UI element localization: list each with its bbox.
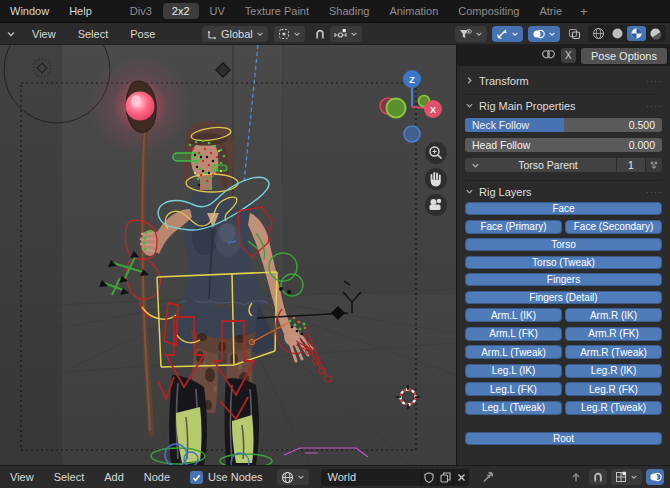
- menu-select-bottom[interactable]: Select: [44, 471, 95, 483]
- rig-layer-leg-l-tweak[interactable]: Leg.L (Tweak): [465, 401, 562, 415]
- show-overlays-dropdown[interactable]: [528, 26, 560, 42]
- rig-layer-fingers[interactable]: Fingers: [465, 273, 662, 286]
- unlink-datablock-button[interactable]: [453, 469, 469, 486]
- pose-options-button[interactable]: Pose Options: [581, 48, 667, 64]
- tool-settings-strip: X Pose Options: [456, 45, 670, 66]
- chevron-right-icon: [465, 76, 474, 85]
- arrow-up-icon: [570, 471, 582, 483]
- rig-layer-torso[interactable]: Torso: [465, 238, 662, 251]
- fake-user-shield-button[interactable]: [421, 469, 437, 486]
- menu-add-bottom[interactable]: Add: [94, 471, 134, 483]
- menu-select[interactable]: Select: [68, 28, 119, 40]
- rig-main-properties-panel: Rig Main Properties ···· Neck Follow 0.5…: [465, 94, 662, 180]
- node-snap-target-dropdown[interactable]: [611, 469, 642, 485]
- chevron-down-icon: [293, 30, 301, 38]
- workspace-tab-compositing[interactable]: Compositing: [449, 3, 528, 19]
- rig-layer-leg-r-ik[interactable]: Leg.R (IK): [565, 364, 662, 378]
- viewport-3d[interactable]: Z X: [0, 45, 456, 465]
- node-snap-toggle[interactable]: [589, 469, 607, 485]
- pivot-point-dropdown[interactable]: [274, 26, 305, 42]
- rig-layer-torso-tweak[interactable]: Torso (Tweak): [465, 256, 662, 269]
- panel-grip[interactable]: ····: [646, 187, 662, 197]
- pin-button[interactable]: [479, 469, 497, 485]
- editor-type-chevron[interactable]: [2, 26, 20, 42]
- rig-layer-arm-r-ik[interactable]: Arm.R (IK): [565, 308, 662, 322]
- world-datablock-field: World: [321, 469, 469, 486]
- object-visibility-dropdown[interactable]: [455, 26, 487, 42]
- rig-layer-leg-r-fk[interactable]: Leg.R (FK): [565, 382, 662, 396]
- rig-layer-face[interactable]: Face: [465, 202, 662, 215]
- rig-layer-fingers-detail[interactable]: Fingers (Detail): [465, 291, 662, 304]
- wireframe-sphere-icon: [592, 27, 605, 40]
- menu-help[interactable]: Help: [59, 5, 102, 17]
- orientation-axes-icon: [206, 28, 218, 40]
- rig-layer-arm-r-tweak[interactable]: Arm.R (Tweak): [565, 345, 662, 359]
- workspace-tab-shading[interactable]: Shading: [320, 3, 378, 19]
- transform-panel-title: Transform: [479, 75, 529, 87]
- panel-grip[interactable]: ····: [646, 76, 662, 86]
- menu-view[interactable]: View: [22, 28, 66, 40]
- workspace-tab-uv[interactable]: UV: [201, 3, 234, 19]
- world-name-input[interactable]: World: [321, 469, 421, 486]
- torso-parent-bone-button[interactable]: [646, 158, 662, 172]
- rig-layer-root[interactable]: Root: [465, 432, 662, 445]
- workspace-tab-atrie[interactable]: Atrie: [530, 3, 571, 19]
- rig-layers-panel: Rig Layers ···· Face Face (Primary) Face…: [465, 180, 662, 451]
- chevron-down-icon: [630, 473, 638, 481]
- shading-rendered-button[interactable]: [646, 26, 665, 41]
- xray-toggle[interactable]: [565, 26, 583, 42]
- shading-material-button[interactable]: [627, 26, 646, 41]
- overlays-icon: [532, 28, 545, 40]
- rig-layer-arm-l-tweak[interactable]: Arm.L (Tweak): [465, 345, 562, 359]
- snap-toggle[interactable]: [311, 26, 329, 42]
- menu-pose[interactable]: Pose: [120, 28, 165, 40]
- add-workspace-button[interactable]: +: [572, 4, 596, 19]
- rig-layer-arm-r-fk[interactable]: Arm.R (FK): [565, 327, 662, 341]
- shading-wireframe-button[interactable]: [589, 26, 608, 41]
- chevron-down-icon: [350, 30, 358, 38]
- shading-solid-button[interactable]: [608, 26, 627, 41]
- workspace-tab-animation[interactable]: Animation: [380, 3, 447, 19]
- use-nodes-checkbox[interactable]: [190, 471, 203, 484]
- torso-parent-value[interactable]: 1: [617, 158, 645, 172]
- duplicate-datablock-button[interactable]: [437, 469, 453, 486]
- zoom-button[interactable]: [425, 142, 447, 164]
- proportional-editing-dropdown[interactable]: [330, 26, 362, 42]
- menu-window[interactable]: Window: [0, 5, 59, 17]
- rig-layer-face-primary[interactable]: Face (Primary): [465, 220, 562, 234]
- rig-layer-leg-r-tweak[interactable]: Leg.R (Tweak): [565, 401, 662, 415]
- workspace-tabs: Div3 2x2 UV Texture Paint Shading Animat…: [120, 3, 596, 19]
- rig-layer-face-secondary[interactable]: Face (Secondary): [565, 220, 662, 234]
- workspace-tab-2x2[interactable]: 2x2: [163, 3, 199, 19]
- world-browse-dropdown[interactable]: [277, 469, 309, 485]
- pan-hand-button[interactable]: [425, 168, 447, 190]
- rig-layer-arm-l-fk[interactable]: Arm.L (FK): [465, 327, 562, 341]
- check-icon: [192, 473, 201, 482]
- workspace-tab-div3[interactable]: Div3: [121, 3, 161, 19]
- node-overlays-toggle[interactable]: [646, 469, 664, 485]
- gizmo-x-label: X: [430, 105, 436, 115]
- rig-layer-arm-l-ik[interactable]: Arm.L (IK): [465, 308, 562, 322]
- rig-layer-leg-l-fk[interactable]: Leg.L (FK): [465, 382, 562, 396]
- rig-layers-panel-header[interactable]: Rig Layers ····: [465, 184, 662, 199]
- shading-mode-group: [588, 25, 666, 42]
- camera-view-button[interactable]: [425, 194, 447, 216]
- orientation-value: Global: [221, 28, 253, 40]
- torso-parent-dropdown[interactable]: Torso Parent: [465, 158, 616, 172]
- shield-icon: [424, 472, 434, 483]
- menu-node-bottom[interactable]: Node: [134, 471, 180, 483]
- show-gizmos-dropdown[interactable]: [492, 26, 523, 42]
- rig-layer-leg-l-ik[interactable]: Leg.L (IK): [465, 364, 562, 378]
- transform-orientation-dropdown[interactable]: Global: [202, 26, 268, 42]
- neck-follow-slider[interactable]: Neck Follow 0.500: [465, 118, 662, 132]
- rig-main-panel-header[interactable]: Rig Main Properties ····: [465, 98, 662, 113]
- panel-grip[interactable]: ····: [646, 101, 662, 111]
- filter-eye-icon: [459, 28, 472, 40]
- mirror-x-toggle[interactable]: X: [561, 48, 576, 63]
- head-follow-slider[interactable]: Head Follow 0.000: [465, 138, 662, 152]
- transform-panel-header[interactable]: Transform ····: [465, 73, 662, 88]
- parent-node-tree-button[interactable]: [567, 469, 585, 485]
- workspace-tab-texture-paint[interactable]: Texture Paint: [236, 3, 318, 19]
- menu-view-bottom[interactable]: View: [0, 471, 44, 483]
- chevron-down-icon: [465, 101, 474, 110]
